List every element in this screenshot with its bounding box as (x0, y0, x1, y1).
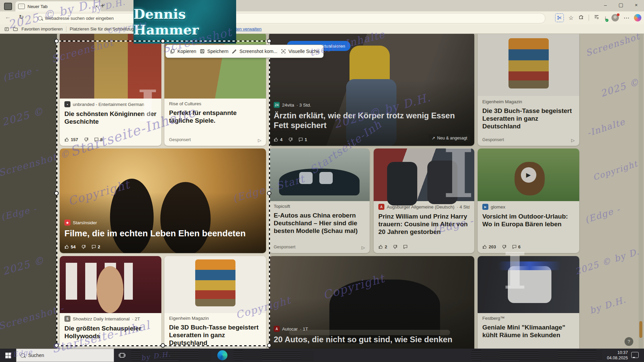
settings-menu-icon[interactable]: ⋯ (624, 14, 629, 21)
dislike-button[interactable] (84, 137, 89, 142)
profile-avatar[interactable] (611, 14, 619, 21)
search-icon (38, 16, 42, 20)
news-card-mug-bottom[interactable]: Eigenheim Magazin Die 3D Buch-Tasse bege… (164, 256, 266, 349)
card-title[interactable]: Die größten Schauspieler Hollywoods (64, 324, 157, 340)
favorites-import-button[interactable]: Favoriten importieren (21, 26, 63, 32)
selection-handle-topright[interactable] (267, 39, 271, 43)
snip-save-button[interactable]: Speichern (200, 49, 228, 54)
redacted-taskbar-icons (131, 350, 211, 361)
news-card-showbizz[interactable]: SShowbizz Daily International· 2T Die gr… (60, 256, 161, 349)
dim-left (0, 41, 56, 346)
address-toolbar: ← ↻ Webadresse suchen oder eingeben ☆ ↓✓… (0, 11, 644, 24)
source-logo: S (64, 316, 70, 322)
sponsored-label: Gesponsert (169, 137, 191, 142)
selection-handle-midleft[interactable] (54, 191, 59, 195)
task-view-icon[interactable] (118, 351, 126, 359)
dennis-hammer-banner: Dennis Hammer (133, 0, 236, 44)
like-count: 157 (71, 137, 78, 142)
ad-choices-icon[interactable]: ▷ (258, 138, 261, 143)
profile-alert-dot (617, 13, 620, 16)
new-tab-page-icon: ⋯ (18, 4, 25, 9)
reading-list-icon[interactable] (4, 26, 9, 32)
card-title[interactable]: Filme, die im echten Leben Ehen beendete… (64, 228, 261, 239)
dim-right (270, 41, 644, 346)
like-button[interactable]: 54 (64, 244, 75, 249)
refresh-button[interactable]: ↻ (19, 13, 24, 21)
snip-visual-search-button[interactable]: Visuelle Suche (281, 49, 319, 54)
comment-count: 2 (98, 244, 100, 249)
taskbar-clock[interactable]: 10:37 04.08.2025 (604, 350, 628, 361)
window-minimize-button[interactable]: – (600, 2, 610, 8)
card-source: unbranded - Entertainment German (73, 102, 144, 107)
dim-top (0, 34, 644, 41)
comment-count: 8 (100, 137, 103, 142)
screenshot-tool-icon[interactable] (555, 13, 564, 22)
favbar-divider (66, 26, 66, 32)
start-button[interactable] (0, 349, 16, 362)
tab-neuer-tab[interactable]: ⋯ Neuer Tab × (15, 1, 101, 11)
window-close-button[interactable]: × (631, 2, 641, 8)
address-placeholder: Webadresse suchen oder eingeben (45, 16, 114, 21)
browser-chrome: ⋯ Neuer Tab × + – ▢ × ← ↻ Webadresse suc… (0, 0, 644, 34)
tab-strip: ⋯ Neuer Tab × + – ▢ × (0, 0, 644, 11)
like-button[interactable]: 157 (64, 137, 78, 142)
copilot-icon[interactable] (634, 14, 641, 21)
comment-button[interactable]: 8 (94, 137, 103, 142)
back-button[interactable]: ← (5, 13, 11, 20)
source-logo: ▪ (64, 101, 70, 107)
download-done-icon: ✓ (605, 19, 608, 22)
selection-handle-bottomleft[interactable] (54, 343, 59, 348)
news-card-queens[interactable]: ▪unbranded - Entertainment German Die sc… (60, 34, 161, 146)
search-icon (20, 353, 25, 358)
selection-handle-topleft[interactable] (54, 39, 59, 43)
favorites-list-icon[interactable] (594, 14, 599, 21)
window-maximize-button[interactable]: ▢ (616, 2, 626, 8)
selection-handle-bottommid[interactable] (161, 343, 165, 348)
redacted-tray-icons (471, 350, 602, 361)
favorites-star-icon[interactable]: ☆ (569, 14, 574, 21)
taskbar-search-box[interactable]: Suchen (16, 349, 114, 362)
selection-handle-topmid[interactable] (161, 39, 165, 43)
news-card-films[interactable]: ★StarsInsider Filme, die im echten Leben… (60, 148, 266, 253)
like-count: 54 (71, 244, 75, 249)
clock-date: 04.08.2025 (604, 355, 628, 361)
card-image (60, 256, 161, 313)
edge-taskbar-icon[interactable] (217, 350, 227, 360)
banner-text: Dennis Hammer (133, 6, 236, 38)
redacted-taskbar-icons (233, 350, 314, 361)
taskbar: Suchen 10:37 04.08.2025 (0, 349, 644, 362)
address-bar[interactable]: Webadresse suchen oder eingeben (34, 13, 545, 23)
selection-handle-bottomright[interactable] (267, 343, 271, 348)
new-tab-button[interactable]: + (101, 2, 105, 10)
card-image (164, 256, 266, 313)
notification-center-icon[interactable] (631, 352, 639, 358)
card-source: StarsInsider (73, 220, 97, 225)
comment-button[interactable]: 2 (91, 244, 100, 249)
screenshot-toolbar: Kopieren Speichern Screenshot kom... Vis… (165, 45, 324, 58)
favorites-bar: Favoriten importieren Platzieren Sie für… (0, 24, 644, 34)
edge-logo-icon (217, 350, 227, 360)
card-title[interactable]: Perfekt für entspannte tägliche Spiele. (169, 109, 261, 124)
tab-title: Neuer Tab (28, 4, 48, 9)
snip-annotate-button[interactable]: Screenshot kom... (232, 49, 277, 54)
clock-time: 10:37 (604, 350, 628, 355)
search-placeholder: Suchen (28, 353, 44, 358)
toolbar-divider (589, 15, 589, 21)
card-title[interactable]: Die 3D Buch-Tasse begeistert Leseratten … (169, 323, 261, 347)
card-title[interactable]: Die schönsten Königinnen der Geschichte (64, 110, 157, 125)
card-source: Showbizz Daily International (73, 316, 130, 321)
windows-logo-icon (5, 353, 11, 358)
dim-bottom (0, 346, 644, 349)
downloads-icon[interactable]: ↓✓ (604, 15, 607, 21)
snip-copy-button[interactable]: Kopieren (170, 49, 196, 54)
selection-handle-midright[interactable] (267, 191, 271, 195)
source-logo: ★ (64, 220, 70, 226)
screen: { "browser": { "tab_title": "Neuer Tab",… (0, 0, 644, 362)
import-folder-icon (13, 26, 18, 32)
tab-close-icon[interactable]: × (95, 4, 98, 9)
dislike-button[interactable] (81, 244, 86, 249)
card-source: Eigenheim Magazin (169, 316, 209, 321)
workspaces-icon[interactable] (4, 3, 12, 10)
extension-icon[interactable] (578, 14, 584, 21)
card-source: Rise of Cultures (169, 101, 201, 106)
